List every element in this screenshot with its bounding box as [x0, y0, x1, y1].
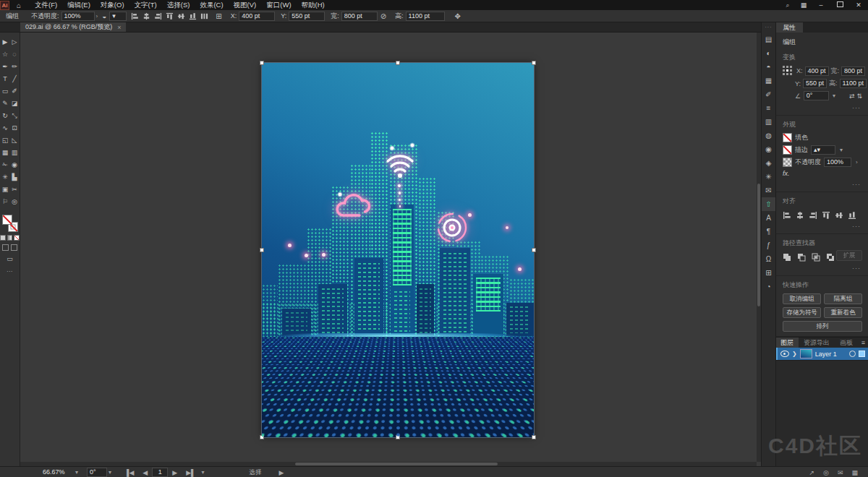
zoom-level[interactable]: 66.67%	[41, 468, 74, 476]
gradient-panel-icon[interactable]: ▥	[762, 115, 775, 129]
draw-behind-mode-icon[interactable]	[11, 244, 17, 251]
selection-handle-w[interactable]	[260, 248, 264, 252]
pathfinder-minus-front-icon[interactable]	[797, 253, 806, 262]
menu-type[interactable]: 文字(T)	[135, 1, 157, 10]
color-guide-panel-icon[interactable]: ◓	[762, 60, 775, 74]
fill-swatch[interactable]	[783, 133, 792, 142]
stroke-weight-field[interactable]: ▴▾	[811, 145, 835, 155]
blend-tool[interactable]: ◉	[10, 160, 19, 171]
menu-effect[interactable]: 效果(C)	[200, 1, 223, 10]
color-button[interactable]	[0, 235, 6, 241]
last-artboard-icon[interactable]: ▶▌	[186, 469, 195, 476]
home-icon[interactable]: ⌂	[17, 1, 21, 9]
selection-handle-n[interactable]	[396, 61, 400, 65]
align-middle-icon[interactable]	[177, 12, 185, 20]
restore-button[interactable]	[830, 1, 849, 9]
angle-dropdown-icon[interactable]: ▾	[833, 93, 835, 99]
comments-panel-icon[interactable]: ✉	[762, 184, 775, 197]
selection-handle-sw[interactable]	[260, 435, 264, 439]
x-field[interactable]: 400 pt	[805, 66, 829, 76]
tab-layers[interactable]: 图层	[775, 338, 799, 348]
line-segment-tool[interactable]: ╱	[10, 74, 19, 85]
glyphs-panel-icon[interactable]: Ω	[762, 252, 775, 266]
color-panel-icon[interactable]: ◐	[762, 46, 775, 60]
width-field[interactable]: 800 pt	[341, 12, 378, 21]
align-right-icon[interactable]	[809, 211, 817, 220]
appearance-more-options[interactable]: ···	[783, 180, 862, 190]
perspective-grid-tool[interactable]: ◺	[10, 135, 19, 146]
visibility-eye-icon[interactable]	[780, 351, 789, 357]
paintbrush-tool[interactable]: ✐	[10, 86, 19, 97]
column-graph-tool[interactable]: ▙	[10, 172, 19, 183]
minimize-button[interactable]: –	[812, 1, 830, 9]
pathfinder-more-options[interactable]: ···	[783, 264, 862, 274]
draw-normal-mode-icon[interactable]	[2, 244, 9, 251]
layer-thumbnail[interactable]	[800, 349, 812, 358]
scale-tool[interactable]: ⤡	[10, 111, 19, 121]
constrain-proportions-icon[interactable]: ⊘	[380, 12, 386, 20]
tab-properties[interactable]: 属性	[775, 22, 803, 33]
menu-select[interactable]: 选择(S)	[167, 1, 190, 10]
flip-horizontal-icon[interactable]: ⇄	[849, 93, 855, 100]
free-transform-tool[interactable]: ⊡	[10, 123, 19, 134]
appearance-panel-icon[interactable]: ◉	[762, 142, 775, 156]
align-left-icon[interactable]	[131, 12, 139, 20]
layer-name[interactable]: Layer 1	[815, 351, 846, 358]
save-as-symbol-button[interactable]: 存储为符号	[783, 307, 821, 318]
asset-export-panel-icon[interactable]: ⇧	[762, 197, 775, 211]
pathfinder-intersect-icon[interactable]	[812, 253, 820, 262]
width-tool[interactable]: ∿	[1, 123, 9, 134]
eraser-tool[interactable]: ◪	[10, 98, 19, 109]
selection-handle-se[interactable]	[532, 435, 536, 439]
y-field[interactable]: 550 pt	[803, 79, 827, 88]
layer-selection-indicator[interactable]	[859, 351, 865, 357]
gradient-tool[interactable]: ▥	[10, 147, 19, 158]
align-center-icon[interactable]	[142, 12, 150, 20]
zoom-tool[interactable]: ◎	[10, 197, 19, 207]
recolor-button[interactable]: 重新着色	[824, 307, 862, 318]
artboard-tool[interactable]: ▣	[1, 184, 9, 195]
align-left-icon[interactable]	[783, 211, 791, 220]
zoom-dropdown-icon[interactable]: ▾	[75, 469, 78, 476]
ungroup-button[interactable]: 取消编组	[783, 293, 821, 304]
toolbar-more-icon[interactable]: ⋯	[0, 268, 20, 275]
pathfinder-unite-icon[interactable]	[783, 253, 791, 262]
width-field[interactable]: 800 pt	[841, 66, 865, 76]
grid-icon[interactable]: ▦	[851, 469, 858, 476]
align-right-icon[interactable]	[154, 12, 162, 20]
transform-more-options[interactable]: ···	[783, 103, 862, 113]
layers-menu-icon[interactable]: ≡	[861, 339, 865, 346]
align-center-icon[interactable]	[796, 211, 804, 220]
mesh-tool[interactable]: ▦	[1, 147, 9, 158]
status-expand-icon[interactable]: ▶	[279, 469, 284, 476]
opacity-expand-icon[interactable]: ›	[856, 159, 858, 166]
align-bottom-icon[interactable]	[848, 211, 856, 220]
flip-vertical-icon[interactable]: ⇅	[856, 93, 862, 100]
artboard-artwork[interactable]	[262, 63, 534, 437]
height-field[interactable]: 1100 pt	[840, 79, 867, 88]
pathfinder-panel-icon[interactable]: ◔	[762, 280, 775, 293]
canvas-pasteboard[interactable]	[20, 32, 761, 466]
selection-handle-nw[interactable]	[260, 61, 264, 65]
tab-close-icon[interactable]: ×	[117, 24, 121, 31]
align-top-icon[interactable]	[166, 12, 174, 20]
free-transform-icon[interactable]: ✥	[455, 12, 461, 20]
pencil-tool[interactable]: ✎	[1, 98, 9, 109]
selection-tool[interactable]: ▶	[1, 37, 9, 48]
fill-swatch[interactable]	[2, 215, 12, 225]
none-button[interactable]	[14, 235, 20, 241]
style-icon[interactable]: ◒	[102, 12, 106, 20]
layer-target-icon[interactable]	[849, 351, 856, 357]
menu-help[interactable]: 帮助(H)	[302, 1, 325, 10]
prev-artboard-icon[interactable]: ◀	[142, 469, 148, 476]
layer-row[interactable]: ❯ Layer 1	[775, 348, 868, 361]
stroke-swatch[interactable]	[783, 145, 792, 155]
transparency-panel-icon[interactable]: ◍	[762, 129, 775, 142]
document-tab[interactable]: 029.ai @ 66.67 % (RGB/预览) ×	[20, 22, 126, 32]
lasso-tool[interactable]: ◌	[10, 49, 19, 60]
align-more-options[interactable]: ···	[783, 222, 862, 232]
tab-artboards[interactable]: 画板	[835, 338, 858, 348]
paragraph-panel-icon[interactable]: ¶	[762, 225, 775, 239]
stroke-panel-icon[interactable]: ≡	[762, 101, 775, 115]
artboard-number-field[interactable]: 1	[152, 468, 168, 477]
